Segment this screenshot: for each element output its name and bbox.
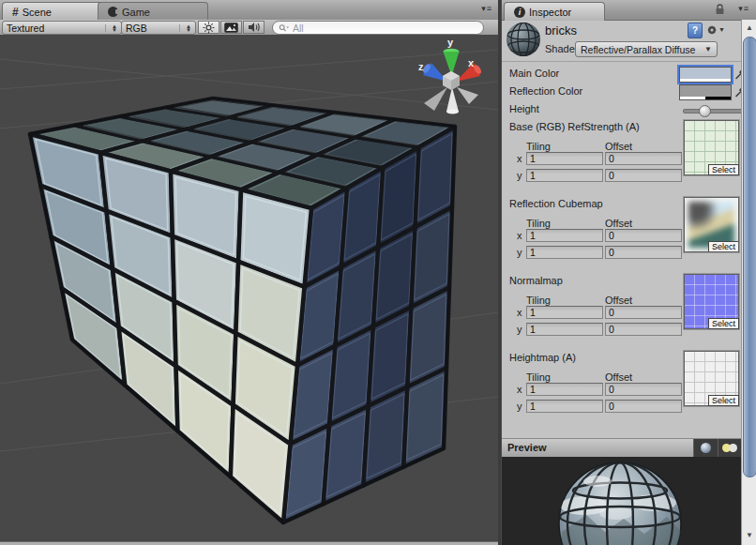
texture-section-heightmap: Heightmap (A) Select Tiling Offset x y — [502, 350, 742, 423]
offset-x-input[interactable] — [605, 152, 682, 165]
tiling-x-input[interactable] — [526, 152, 603, 165]
inspector-tabbar: i Inspector ▾≡ — [502, 0, 756, 21]
offset-y-input[interactable] — [605, 169, 682, 182]
inspector-pane-menu-icon[interactable]: ▾≡ — [738, 4, 749, 13]
material-preview-area[interactable] — [502, 457, 742, 545]
shader-label: Shader — [545, 43, 578, 54]
gizmo-neg-axis-cone[interactable] — [446, 87, 459, 112]
tiling-x-input[interactable] — [526, 383, 603, 396]
tiling-y-input[interactable] — [526, 323, 603, 336]
tiling-y-input[interactable] — [526, 169, 603, 182]
render-mode-dropdown[interactable]: Textured ▲▼ — [2, 21, 122, 35]
chevron-down-icon: ▼ — [718, 26, 725, 33]
select-button[interactable]: Select — [708, 164, 739, 175]
texture-section-cubemap: Reflection Cubemap Select Tiling Offset … — [502, 196, 742, 269]
preview-sphere-button[interactable] — [693, 439, 718, 457]
chevron-down-icon: ▼ — [704, 45, 712, 53]
help-icon[interactable]: ? — [688, 23, 703, 38]
select-button[interactable]: Select — [708, 395, 739, 406]
tab-scene[interactable]: # Scene — [2, 2, 105, 21]
lock-icon[interactable] — [715, 4, 725, 15]
orientation-gizmo[interactable]: y z x — [418, 37, 483, 114]
tab-inspector-label: Inspector — [529, 7, 571, 18]
preview-lighting-button[interactable] — [718, 439, 742, 457]
scene-bottom-strip — [0, 541, 498, 545]
shader-value: Reflective/Parallax Diffuse — [581, 44, 695, 55]
scrollbar-thumb[interactable] — [743, 37, 756, 477]
base-texture-thumbnail[interactable]: Select — [684, 120, 739, 175]
offset-y-input[interactable] — [605, 400, 682, 413]
main-color-label: Main Color — [509, 68, 559, 79]
preview-label: Preview — [507, 442, 547, 453]
texture-section-normalmap: Normalmap Select Tiling Offset x y — [502, 273, 742, 346]
tab-game[interactable]: Game — [98, 2, 208, 21]
offset-y-input[interactable] — [605, 323, 682, 336]
textured-cube[interactable] — [30, 98, 455, 522]
material-context-menu[interactable]: ▼ — [706, 23, 725, 37]
material-header: bricks Shader Reflective/Parallax Diffus… — [502, 20, 742, 62]
unity-editor-window: { "colors": { "accent": "#4f7cd6", "scen… — [0, 0, 756, 545]
search-input[interactable] — [291, 22, 477, 35]
scrollbar-up-arrow[interactable]: ▲ — [742, 22, 756, 35]
height-label: Height — [509, 103, 539, 114]
heightmap-texture-thumbnail[interactable]: Select — [684, 351, 739, 406]
scene-pane-menu-icon[interactable]: ▾≡ — [481, 4, 492, 13]
gizmo-neg-axis-cone[interactable] — [424, 87, 447, 111]
speaker-icon — [248, 22, 261, 33]
scene-panel: # Scene Game ▾≡ Textured ▲▼ RGB ▲▼ — [0, 0, 498, 545]
reflection-color-swatch[interactable] — [679, 84, 732, 100]
select-button[interactable]: Select — [708, 241, 739, 252]
color-channels-dropdown[interactable]: RGB ▲▼ — [121, 21, 196, 35]
tab-scene-label: Scene — [23, 7, 52, 18]
tab-game-label: Game — [122, 7, 150, 18]
select-button[interactable]: Select — [708, 318, 739, 329]
offset-x-input[interactable] — [605, 383, 682, 396]
reflection-color-label: Reflection Color — [509, 85, 582, 97]
inspector-panel: i Inspector ▾≡ — [501, 0, 756, 545]
color-channels-value: RGB — [126, 23, 147, 34]
preview-header: Preview — [502, 438, 742, 458]
lighting-toggle-button[interactable] — [198, 21, 219, 34]
section-label: Heightmap (A) — [509, 352, 576, 363]
skybox-toggle-button[interactable] — [220, 21, 242, 34]
section-label: Normalmap — [509, 275, 563, 286]
cubemap-texture-thumbnail[interactable]: Select — [684, 197, 739, 252]
texture-section-base: Base (RGB) RefStrength (A) Select Tiling… — [502, 119, 742, 192]
scene-toolbar: Textured ▲▼ RGB ▲▼ — [0, 20, 498, 36]
shader-dropdown[interactable]: Reflective/Parallax Diffuse ▼ — [575, 41, 718, 57]
tab-inspector[interactable]: i Inspector — [504, 2, 605, 21]
material-preview-thumbnail — [506, 22, 541, 57]
reflection-color-row: Reflection Color — [502, 83, 742, 99]
scene-tabbar: # Scene Game ▾≡ — [0, 0, 498, 21]
main-color-swatch[interactable] — [679, 67, 732, 83]
scene-viewport[interactable]: y z x — [0, 35, 498, 541]
section-label: Base (RGB) RefStrength (A) — [509, 121, 640, 132]
gizmo-y-label: y — [447, 37, 454, 48]
offset-x-input[interactable] — [605, 306, 682, 319]
audio-toggle-button[interactable] — [243, 21, 265, 34]
tiling-x-input[interactable] — [526, 306, 603, 319]
scene-search-field — [272, 21, 484, 35]
tiling-x-input[interactable] — [526, 229, 603, 242]
popup-arrows-icon: ▲▼ — [105, 24, 117, 32]
tiling-y-input[interactable] — [526, 400, 603, 413]
height-slider-thumb[interactable] — [699, 105, 711, 117]
gizmo-neg-axis-cone[interactable] — [457, 87, 478, 104]
info-icon: i — [514, 7, 525, 18]
offset-y-input[interactable] — [605, 246, 682, 259]
height-row: Height — [502, 101, 742, 117]
offset-x-input[interactable] — [605, 229, 682, 242]
normalmap-texture-thumbnail[interactable]: Select — [684, 274, 739, 329]
search-icon — [279, 23, 289, 33]
inspector-scrollbar[interactable]: ▲ ▼ — [741, 20, 756, 545]
gear-icon — [706, 23, 718, 37]
preview-sphere — [502, 457, 742, 545]
height-slider[interactable] — [683, 109, 743, 114]
sun-icon — [203, 22, 215, 34]
sphere-icon — [701, 443, 711, 453]
tiling-y-input[interactable] — [526, 246, 603, 259]
scrollbar-down-arrow[interactable]: ▼ — [742, 529, 756, 542]
image-icon — [224, 23, 238, 33]
lights-icon — [722, 444, 739, 453]
gizmo-z-label: z — [418, 61, 424, 72]
